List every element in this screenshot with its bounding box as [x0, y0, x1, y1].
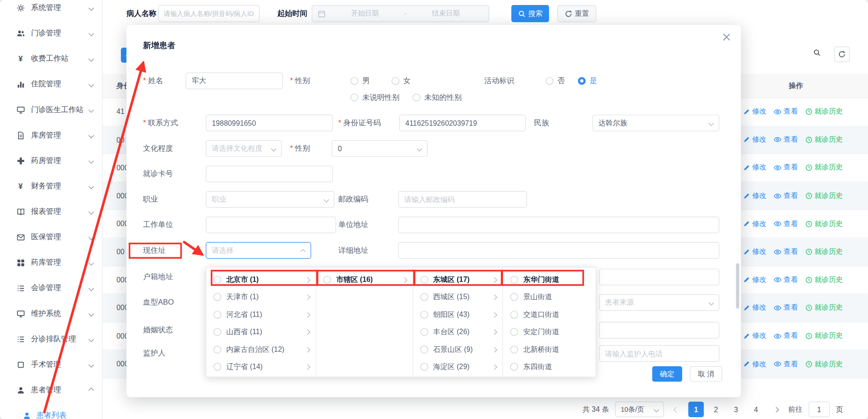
cascader-option[interactable]: 市辖区 (16)	[316, 271, 413, 288]
view-link[interactable]: 查看	[773, 191, 798, 201]
cascader-option[interactable]: 东城区 (17)	[413, 271, 503, 288]
cascader-option[interactable]: 海淀区 (29)	[413, 358, 503, 375]
cascader-option[interactable]: 辽宁省 (14)	[206, 358, 316, 375]
active-flag-radio-yes[interactable]: 是	[578, 73, 597, 89]
close-icon[interactable]	[722, 33, 731, 42]
sidebar-subitem-patient-list[interactable]: 患者列表	[0, 403, 102, 419]
gender-code-select[interactable]: 0	[332, 140, 428, 157]
confirm-button[interactable]: 确定	[652, 366, 682, 382]
search-button[interactable]: 搜索	[511, 5, 549, 22]
cancel-button[interactable]: 取 消	[690, 366, 722, 382]
cascader-option[interactable]: 安定门街道	[503, 323, 595, 340]
cascader-option[interactable]: 北新桥街道	[503, 341, 595, 358]
edit-link[interactable]: 修改	[743, 360, 767, 369]
sidebar-item[interactable]: 患者管理	[0, 377, 102, 403]
edit-link[interactable]: 修改	[743, 331, 767, 341]
view-link[interactable]: 查看	[773, 135, 798, 145]
history-link[interactable]: 就诊历史	[805, 191, 843, 201]
prev-page-button[interactable]	[670, 402, 682, 417]
view-link[interactable]: 查看	[773, 219, 798, 229]
cascader-option[interactable]: 山西省 (11)	[206, 323, 316, 340]
view-link[interactable]: 查看	[773, 107, 798, 117]
cascader-option[interactable]: 石景山区 (9)	[413, 341, 503, 358]
next-page-button[interactable]	[770, 402, 782, 417]
page-button[interactable]: 4	[748, 402, 763, 417]
view-link[interactable]: 查看	[773, 331, 798, 341]
id-number-input[interactable]	[399, 115, 526, 132]
sidebar-item[interactable]: 药房管理	[0, 148, 102, 173]
occupation-select[interactable]: 职业	[206, 191, 334, 208]
history-link[interactable]: 就诊历史	[805, 360, 843, 369]
household-detail-input[interactable]	[599, 269, 719, 286]
view-link[interactable]: 查看	[773, 360, 798, 369]
view-link[interactable]: 查看	[773, 163, 798, 173]
work-unit-input[interactable]	[206, 217, 336, 233]
view-link[interactable]: 查看	[773, 303, 798, 313]
cascader-option[interactable]: 天津市 (1)	[206, 288, 316, 306]
page-button[interactable]: 2	[708, 402, 723, 417]
gender-radio-male[interactable]: 男	[350, 73, 369, 89]
edit-link[interactable]: 修改	[743, 303, 767, 313]
cascader-option[interactable]: 北京市 (1)	[206, 271, 316, 288]
cascader-option[interactable]: 河北省 (11)	[206, 306, 316, 323]
ethnicity-select[interactable]: 达斡尔族	[592, 115, 719, 132]
view-link[interactable]: 查看	[773, 247, 798, 257]
history-link[interactable]: 就诊历史	[805, 303, 843, 313]
history-link[interactable]: 就诊历史	[805, 135, 843, 145]
patient-name-input[interactable]	[158, 5, 259, 22]
marital-extra-input[interactable]	[599, 322, 719, 339]
history-link[interactable]: 就诊历史	[805, 331, 843, 341]
postal-code-input[interactable]	[398, 191, 527, 208]
page-button[interactable]: 1	[688, 402, 704, 417]
page-size-select[interactable]: 10条/页	[615, 402, 663, 417]
cascader-option[interactable]: 丰台区 (26)	[413, 323, 503, 340]
name-input[interactable]	[186, 73, 283, 89]
table-refresh-button[interactable]	[834, 47, 849, 62]
reset-button[interactable]: 重置	[558, 5, 596, 22]
cascader-option[interactable]: 交道口街道	[503, 306, 595, 323]
edit-link[interactable]: 修改	[743, 275, 767, 285]
history-link[interactable]: 就诊历史	[805, 275, 843, 285]
sidebar-item[interactable]: ¥财务管理	[0, 173, 102, 199]
page-button[interactable]: 3	[728, 402, 743, 417]
sidebar-item[interactable]: 门诊医生工作站	[0, 97, 102, 123]
history-link[interactable]: 就诊历史	[805, 107, 843, 117]
gender-radio-unspecified[interactable]: 未说明性别	[350, 89, 399, 106]
card-no-input[interactable]	[206, 166, 333, 182]
contact-input[interactable]	[206, 115, 333, 132]
guardian-phone-input[interactable]	[599, 345, 719, 362]
gender-radio-unknown[interactable]: 未知的性别	[413, 89, 462, 106]
modal-scrollbar[interactable]	[736, 263, 739, 309]
sidebar-item[interactable]: 门诊管理	[0, 20, 102, 46]
sidebar-item[interactable]: 系统管理	[0, 0, 102, 20]
view-link[interactable]: 查看	[773, 275, 798, 285]
cascader-option[interactable]: 朝阳区 (43)	[413, 306, 503, 323]
cascader-option[interactable]: 内蒙古自治区 (12)	[206, 341, 316, 358]
table-search-icon[interactable]	[813, 49, 821, 56]
edit-link[interactable]: 修改	[743, 247, 767, 257]
edit-link[interactable]: 修改	[743, 135, 767, 145]
edit-link[interactable]: 修改	[743, 191, 767, 201]
history-link[interactable]: 就诊历史	[805, 163, 843, 173]
history-link[interactable]: 就诊历史	[805, 247, 843, 257]
education-select[interactable]: 请选择文化程度	[206, 140, 282, 157]
edit-link[interactable]: 修改	[743, 163, 767, 173]
sidebar-item[interactable]: 医保管理	[0, 224, 102, 250]
sidebar-item[interactable]: 会诊管理	[0, 276, 102, 301]
cascader-option[interactable]: 东华门街道	[503, 271, 595, 288]
unit-address-input[interactable]	[398, 217, 719, 233]
current-address-cascader-input[interactable]: 请选择	[206, 242, 311, 259]
goto-page-input[interactable]	[808, 402, 829, 417]
edit-link[interactable]: 修改	[743, 107, 767, 117]
sidebar-item[interactable]: 分诊排队管理	[0, 326, 102, 352]
cascader-option[interactable]: 东四街道	[503, 358, 595, 375]
sidebar-item[interactable]: 维护系统	[0, 301, 102, 326]
active-flag-radio-no[interactable]: 否	[546, 73, 565, 89]
edit-link[interactable]: 修改	[743, 219, 767, 229]
gender-radio-female[interactable]: 女	[392, 73, 411, 89]
cascader-option[interactable]: 景山街道	[503, 288, 595, 306]
sidebar-item[interactable]: 报表管理	[0, 199, 102, 224]
sidebar-item[interactable]: 住院管理	[0, 71, 102, 97]
history-link[interactable]: 就诊历史	[805, 219, 843, 229]
sidebar-item[interactable]: ¥收费工作站	[0, 46, 102, 71]
